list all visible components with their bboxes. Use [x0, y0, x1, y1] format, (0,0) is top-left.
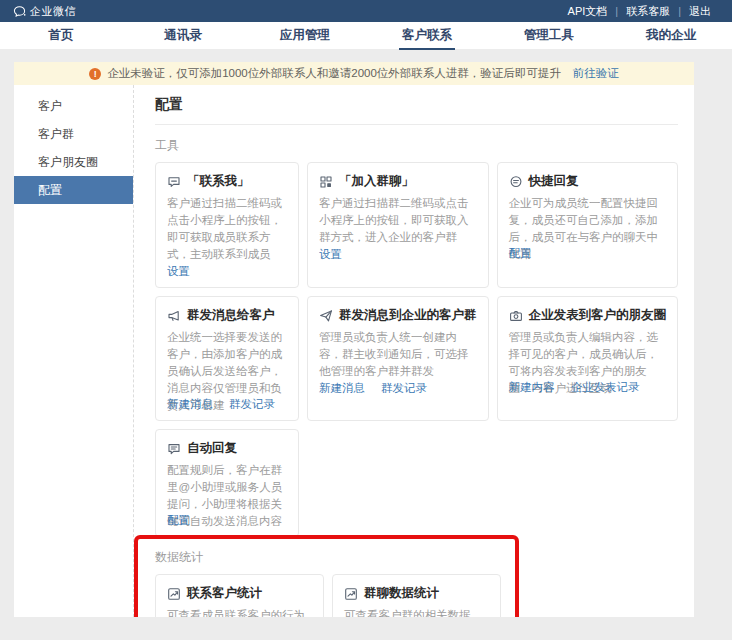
- chat-lines-round-icon: [509, 175, 523, 189]
- nav-tab-customer-contact[interactable]: 客户联系: [366, 22, 488, 49]
- join-group-setup-link[interactable]: 设置: [319, 247, 342, 262]
- send-plane-icon: [319, 309, 333, 323]
- card-description: 管理员或负责人统一创建内容，群主收到通知后，可选择他管理的客户群并群发: [319, 329, 477, 380]
- card-post-to-moments: 企业发表到客户的朋友圈 管理员或负责人编辑内容，选择可见的客户，成员确认后，可将…: [497, 296, 679, 421]
- api-docs-link[interactable]: API文档: [560, 4, 616, 19]
- broadcast-history-link[interactable]: 群发记录: [229, 397, 275, 412]
- contact-me-bubble-icon: [167, 175, 181, 189]
- card-title: 企业发表到客户的朋友圈: [529, 307, 667, 324]
- contact-me-setup-link[interactable]: 设置: [167, 264, 190, 279]
- card-title: 群发消息给客户: [187, 307, 275, 324]
- notice-text: 企业未验证，仅可添加1000位外部联系人和邀请2000位外部联系人进群，验证后即…: [107, 66, 561, 81]
- card-quick-reply: 快捷回复 企业可为成员统一配置快捷回复，成员还可自己添加，添加后，成员可在与客户…: [497, 162, 679, 288]
- new-content-link[interactable]: 新建内容: [509, 380, 555, 395]
- qr-grid-icon: [319, 175, 333, 189]
- warning-icon: [89, 68, 101, 80]
- card-title: 群聊数据统计: [364, 585, 439, 602]
- divider: [155, 124, 678, 125]
- chat-lines-square-icon: [167, 442, 181, 456]
- nav-tab-my-enterprise[interactable]: 我的企业: [610, 22, 732, 49]
- card-description: 客户通过扫描二维码或点击小程序上的按钮，即可获取成员联系方式，主动联系到成员: [167, 195, 287, 263]
- main-nav: 首页 通讯录 应用管理 客户联系 管理工具 我的企业: [0, 22, 732, 49]
- stats-section-label: 数据统计: [155, 549, 678, 566]
- card-title: 「联系我」: [187, 173, 250, 190]
- content-area: 企业未验证，仅可添加1000位外部联系人和邀请2000位外部联系人进群，验证后即…: [14, 49, 694, 640]
- verification-notice-bar: 企业未验证，仅可添加1000位外部联系人和邀请2000位外部联系人进群，验证后即…: [14, 62, 694, 85]
- topbar-links: API文档 | 联系客服 | 退出: [560, 4, 719, 19]
- new-message-link[interactable]: 新建消息: [167, 397, 213, 412]
- card-description: 可查看客户群的相关数据，包括群聊总数、群成员总数、群聊消息总数等: [344, 607, 489, 617]
- auto-reply-config-link[interactable]: 配置: [167, 513, 190, 528]
- card-bulk-message-customers: 群发消息给客户 企业统一选择要发送的客户，由添加客户的成员确认后发送给客户，消息…: [155, 296, 299, 421]
- card-auto-reply: 自动回复 配置规则后，客户在群里@小助理或服务人员提问，小助理将根据关键词自动发…: [155, 429, 299, 537]
- app-logo-text: 企业微信: [30, 4, 76, 19]
- sidebar-item-customer-groups[interactable]: 客户群: [14, 120, 133, 148]
- page-title: 配置: [155, 96, 678, 114]
- card-group-chat-stats: 群聊数据统计 可查看客户群的相关数据，包括群聊总数、群成员总数、群聊消息总数等 …: [332, 574, 501, 617]
- trend-chart-icon: [167, 587, 181, 601]
- sidebar-item-customer-moments[interactable]: 客户朋友圈: [14, 148, 133, 176]
- card-contact-me: 「联系我」 客户通过扫描二维码或点击小程序上的按钮，即可获取成员联系方式，主动联…: [155, 162, 299, 288]
- top-bar: 企业微信 API文档 | 联系客服 | 退出: [0, 0, 732, 22]
- card-title: 「加入群聊」: [339, 173, 414, 190]
- stats-card-grid: 联系客户统计 可查看成员联系客户的行为数据，包括成员聊天数、发送消息数等 进入: [155, 574, 678, 617]
- data-statistics-section: 数据统计 联系客户统计 可查看成员联系客户的行为数据，包括成员聊天数、发送消息数…: [155, 549, 678, 617]
- enterprise-post-history-link[interactable]: 企业发表记录: [571, 380, 640, 395]
- megaphone-icon: [167, 309, 181, 323]
- trend-chart-icon: [344, 587, 358, 601]
- new-message-link[interactable]: 新建消息: [319, 381, 365, 396]
- card-title: 联系客户统计: [187, 585, 262, 602]
- tools-card-grid: 「联系我」 客户通过扫描二维码或点击小程序上的按钮，即可获取成员联系方式，主动联…: [155, 162, 678, 537]
- sidebar-item-customers[interactable]: 客户: [14, 92, 133, 120]
- nav-tab-home[interactable]: 首页: [0, 22, 122, 49]
- card-join-group-chat: 「加入群聊」 客户通过扫描群二维码或点击小程序上的按钮，即可获取入群方式，进入企…: [307, 162, 489, 288]
- camera-icon: [509, 309, 523, 323]
- card-customer-contact-stats: 联系客户统计 可查看成员联系客户的行为数据，包括成员聊天数、发送消息数等 进入: [155, 574, 324, 617]
- logout-link[interactable]: 退出: [681, 4, 719, 19]
- tools-section-label: 工具: [155, 137, 678, 154]
- nav-tab-app-management[interactable]: 应用管理: [244, 22, 366, 49]
- card-description: 可查看成员联系客户的行为数据，包括成员聊天数、发送消息数等: [167, 607, 312, 617]
- sidebar-item-configuration[interactable]: 配置: [14, 176, 133, 204]
- nav-tab-admin-tools[interactable]: 管理工具: [488, 22, 610, 49]
- app-logo: 企业微信: [13, 4, 76, 19]
- contact-support-link[interactable]: 联系客服: [618, 4, 678, 19]
- card-title: 快捷回复: [529, 173, 579, 190]
- card-title: 自动回复: [187, 440, 237, 457]
- card-description: 客户通过扫描群二维码或点击小程序上的按钮，即可获取入群方式，进入企业的客户群: [319, 195, 477, 246]
- broadcast-history-link[interactable]: 群发记录: [381, 381, 427, 396]
- card-bulk-message-groups: 群发消息到企业的客户群 管理员或负责人统一创建内容，群主收到通知后，可选择他管理…: [307, 296, 489, 421]
- chat-bubble-logo-icon: [13, 5, 26, 18]
- card-title: 群发消息到企业的客户群: [339, 307, 477, 324]
- main-panel: 配置 工具 「联系我」 客户通过扫描二维码或点击小程序上的按钮，即可获取成员联系…: [133, 85, 694, 617]
- go-verify-link[interactable]: 前往验证: [573, 66, 619, 81]
- nav-tab-contacts[interactable]: 通讯录: [122, 22, 244, 49]
- quick-reply-config-link[interactable]: 配置: [509, 246, 532, 261]
- sidebar: 客户 客户群 客户朋友圈 配置: [14, 85, 133, 617]
